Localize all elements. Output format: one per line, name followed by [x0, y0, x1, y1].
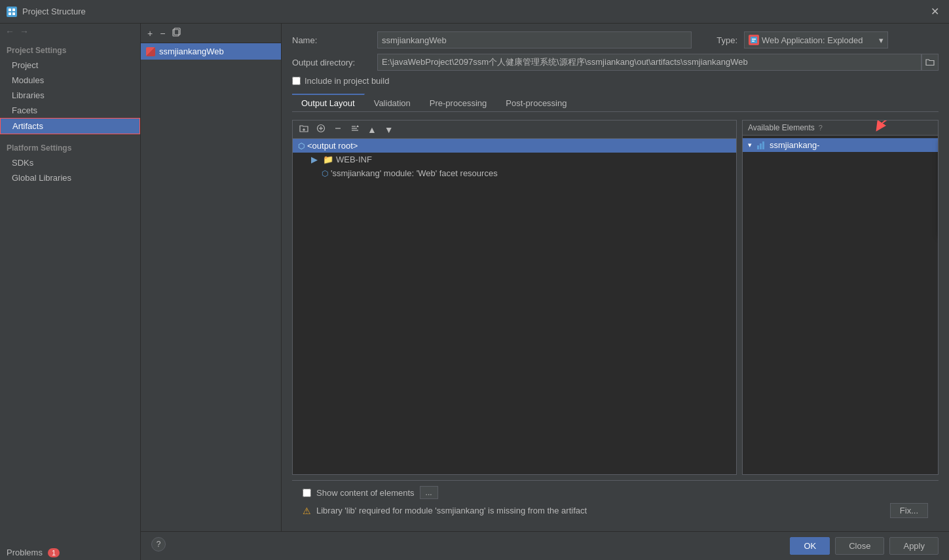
- detail-panel: Name: Type: Web Application: [282, 24, 949, 531]
- move-up-btn[interactable]: ▲: [365, 123, 379, 136]
- type-select-icon: [749, 35, 759, 45]
- output-tree: ▲ ▼ ⬡ <output root> ▶ 📁: [292, 120, 737, 475]
- sidebar-item-project[interactable]: Project: [0, 58, 140, 73]
- available-help-icon: ?: [819, 124, 823, 132]
- remove-element-btn[interactable]: [331, 122, 345, 136]
- web-inf-folder-icon: 📁: [323, 155, 333, 164]
- available-elements-header: Available Elements ?: [743, 121, 938, 136]
- warning-icon: ⚠: [303, 506, 311, 516]
- body: ← → Project Settings Project Modules Lib…: [0, 24, 949, 560]
- avail-item-ssmjiankang[interactable]: ▾ ssmjiankang-: [743, 138, 938, 152]
- show-content-checkbox[interactable]: [303, 489, 311, 497]
- sidebar-item-artifacts[interactable]: Artifacts: [0, 118, 140, 134]
- available-elements-title: Available Elements: [748, 123, 815, 132]
- sidebar-item-libraries[interactable]: Libraries: [0, 88, 140, 103]
- warning-text: Library 'lib' required for module 'ssmji…: [316, 506, 587, 515]
- fix-btn[interactable]: Fix...: [890, 503, 928, 518]
- sidebar-item-global-libraries[interactable]: Global Libraries: [0, 170, 140, 185]
- output-root-label: <output root>: [307, 141, 358, 151]
- type-select[interactable]: Web Application: Exploded ▾: [744, 31, 888, 48]
- show-content-label: Show content of elements: [316, 488, 415, 498]
- artifact-toolbar: + −: [141, 24, 281, 43]
- sidebar-item-facets[interactable]: Facets: [0, 103, 140, 118]
- problems-row[interactable]: Problems 1: [0, 545, 140, 560]
- project-settings-section: Project Settings: [0, 42, 140, 58]
- output-dir-label: Output directory:: [292, 58, 371, 67]
- output-dir-input[interactable]: [377, 54, 921, 71]
- project-structure-dialog: Project Structure ✕ ← → Project Settings…: [0, 0, 949, 560]
- tab-pre-processing[interactable]: Pre-processing: [420, 94, 496, 111]
- available-tree: ▾ ssmjiankang-: [743, 136, 938, 474]
- add-element-btn[interactable]: [314, 122, 328, 136]
- output-root-icon: ⬡: [298, 141, 305, 151]
- platform-settings-section: Platform Settings: [0, 140, 140, 155]
- window-title: Project Structure: [22, 7, 927, 16]
- app-icon: [7, 7, 17, 17]
- browse-dir-btn[interactable]: [921, 54, 939, 71]
- remove-artifact-btn[interactable]: −: [157, 27, 168, 40]
- svg-rect-0: [9, 9, 11, 11]
- warning-row: ⚠ Library 'lib' required for module 'ssm…: [303, 503, 928, 518]
- tree-item-output-root[interactable]: ⬡ <output root>: [293, 139, 736, 153]
- include-checkbox[interactable]: [292, 77, 301, 85]
- move-down-btn[interactable]: ▼: [382, 123, 396, 136]
- tab-post-processing[interactable]: Post-processing: [496, 94, 576, 111]
- tab-validation[interactable]: Validation: [365, 94, 420, 111]
- module-res-label: 'ssmjiankang' module: 'Web' facet resour…: [331, 168, 498, 178]
- type-label: Type:: [698, 35, 737, 45]
- dialog-buttons: ? OK Close Apply: [141, 531, 949, 560]
- artifact-item-ssmjiankang[interactable]: ssmjiankangWeb: [141, 43, 281, 60]
- svg-rect-1: [12, 9, 15, 11]
- dots-btn[interactable]: ...: [420, 486, 438, 499]
- problems-label: Problems: [7, 548, 43, 557]
- avail-expand-icon[interactable]: ▾: [748, 141, 752, 149]
- help-button[interactable]: ?: [151, 537, 166, 551]
- sidebar-item-modules[interactable]: Modules: [0, 73, 140, 88]
- tree-item-module-resources[interactable]: ⬡ 'ssmjiankang' module: 'Web' facet reso…: [293, 166, 736, 180]
- add-folder-btn[interactable]: [297, 122, 311, 136]
- include-label: Include in project build: [305, 76, 389, 86]
- svg-rect-8: [752, 41, 754, 42]
- add-artifact-btn[interactable]: +: [145, 27, 155, 40]
- ok-button[interactable]: OK: [790, 537, 830, 555]
- tab-output-layout[interactable]: Output Layout: [292, 94, 365, 111]
- name-input[interactable]: [377, 31, 692, 48]
- svg-rect-2: [9, 12, 11, 15]
- title-bar: Project Structure ✕: [0, 0, 949, 24]
- include-in-build-row: Include in project build: [292, 76, 939, 86]
- svg-rect-6: [751, 37, 757, 43]
- main-area: + − ssmjiankangWeb: [141, 24, 949, 560]
- sort-btn[interactable]: [348, 122, 362, 136]
- output-dir-wrap: [377, 54, 939, 71]
- tree-item-web-inf[interactable]: ▶ 📁 WEB-INF: [293, 153, 736, 166]
- tabs-row: Output Layout Validation Pre-processing …: [292, 94, 939, 112]
- lib-icon: [757, 141, 764, 149]
- show-content-row: Show content of elements ...: [303, 486, 928, 499]
- nav-arrows: ← →: [0, 24, 140, 39]
- web-inf-label: WEB-INF: [336, 155, 372, 164]
- apply-button[interactable]: Apply: [889, 537, 939, 555]
- name-type-row: Name: Type: Web Application: [292, 31, 939, 48]
- svg-rect-3: [12, 12, 15, 15]
- left-sidebar: ← → Project Settings Project Modules Lib…: [0, 24, 141, 560]
- artifact-list-panel: + − ssmjiankangWeb: [141, 24, 282, 531]
- sidebar-item-sdks[interactable]: SDKs: [0, 155, 140, 170]
- forward-arrow[interactable]: →: [20, 26, 29, 37]
- cancel-button[interactable]: Close: [835, 537, 884, 555]
- content-row: + − ssmjiankangWeb: [141, 24, 949, 531]
- back-arrow[interactable]: ←: [5, 26, 14, 37]
- artifact-icon: [146, 47, 155, 56]
- available-elements-panel: 鼠标右击: [742, 120, 939, 475]
- output-tree-toolbar: ▲ ▼: [293, 121, 736, 139]
- type-dropdown-arrow: ▾: [879, 35, 884, 45]
- module-res-icon: ⬡: [322, 169, 328, 178]
- copy-artifact-btn[interactable]: [170, 26, 184, 40]
- output-dir-row: Output directory:: [292, 54, 939, 71]
- svg-rect-7: [752, 39, 756, 40]
- expand-web-inf[interactable]: ▶: [311, 155, 318, 164]
- artifact-name: ssmjiankangWeb: [159, 47, 224, 56]
- close-button[interactable]: ✕: [927, 4, 942, 20]
- output-area: ▲ ▼ ⬡ <output root> ▶ 📁: [292, 120, 939, 475]
- name-label: Name:: [292, 35, 371, 45]
- type-value: Web Application: Exploded: [762, 35, 863, 45]
